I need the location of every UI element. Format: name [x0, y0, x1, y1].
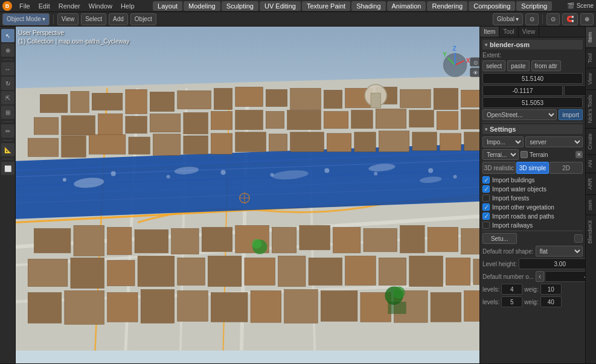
- view-menu-button[interactable]: View: [57, 13, 79, 25]
- terrain-color-swatch[interactable]: [521, 151, 528, 158]
- cb-roads-checkbox[interactable]: ✓: [482, 212, 490, 220]
- cb-buildings-checkbox[interactable]: ✓: [482, 176, 490, 184]
- extent-row: Extent:: [482, 52, 583, 59]
- measure-tool-button[interactable]: 📐: [1, 143, 14, 156]
- workspace-tab-scripting[interactable]: Scripting: [516, 1, 552, 11]
- tool-separator: [2, 59, 13, 60]
- server-select[interactable]: server: [525, 136, 583, 147]
- workspace-tab-rendering[interactable]: Rendering: [427, 1, 467, 11]
- transform-tool-button[interactable]: ⊞: [1, 106, 14, 119]
- cb-railways-checkbox[interactable]: [482, 222, 490, 229]
- from-attr-button[interactable]: from attr: [531, 60, 561, 71]
- menu-window[interactable]: Window: [85, 0, 116, 12]
- weig-input2[interactable]: [540, 296, 562, 307]
- terrain-row: Terrai... Terrain ✕: [482, 149, 583, 160]
- select-menu-button[interactable]: Select: [81, 13, 106, 25]
- select-tool-button[interactable]: ↖: [1, 29, 14, 42]
- default-num-stepper: ‹ ›: [536, 271, 585, 282]
- settings-section-header[interactable]: ▾ Settings: [482, 124, 583, 134]
- right-tab-arr[interactable]: ARR: [586, 173, 596, 194]
- add-cube-button[interactable]: ⬜: [1, 162, 14, 175]
- extent-buttons-row: select paste from attr: [482, 60, 583, 71]
- map-provider-select[interactable]: OpenStreet...: [482, 109, 557, 120]
- left-toolbar: ↖ ⊕ ↔ ↻ ⇱ ⊞ ✏ 📐 ⬜: [0, 27, 16, 363]
- right-tab-item[interactable]: Item: [586, 27, 596, 48]
- workspace-tab-layout[interactable]: Layout: [153, 1, 182, 11]
- scene-name: Scene: [577, 2, 594, 9]
- setup-extra-button[interactable]: [574, 234, 583, 243]
- workspace-tab-animation[interactable]: Animation: [387, 1, 426, 11]
- cb-water-checkbox[interactable]: ✓: [482, 185, 490, 193]
- coord-row-1: [482, 73, 583, 84]
- annotate-tool-button[interactable]: ✏: [1, 124, 14, 138]
- default-num-decrement[interactable]: ‹: [536, 271, 544, 282]
- overlay-button[interactable]: ⊙: [546, 13, 560, 25]
- select-button[interactable]: select: [482, 60, 505, 71]
- import-map-button[interactable]: import: [559, 109, 583, 120]
- cb-vegetation-checkbox[interactable]: ✓: [482, 203, 490, 211]
- transform-global-button[interactable]: Global▾: [493, 13, 523, 25]
- cb-forests-checkbox[interactable]: [482, 194, 490, 202]
- divider-1: [482, 122, 583, 123]
- workspace-tab-sculpting[interactable]: Sculpting: [222, 1, 258, 11]
- move-tool-button[interactable]: ↔: [1, 62, 14, 75]
- right-tab-an[interactable]: AN: [586, 155, 596, 173]
- levels-input2[interactable]: [501, 296, 522, 307]
- workspace-tab-texture[interactable]: Texture Paint: [302, 1, 350, 11]
- coord-lat-max-input[interactable]: [482, 73, 583, 84]
- blender-osm-section-header[interactable]: ▾ blender-osm: [482, 40, 583, 49]
- panel-tab-view[interactable]: View: [519, 27, 540, 37]
- setup-button[interactable]: Setu...: [482, 233, 517, 244]
- scale-tool-button[interactable]: ⇱: [1, 91, 14, 104]
- menu-help[interactable]: Help: [117, 0, 138, 12]
- terrain-remove-button[interactable]: ✕: [575, 151, 583, 158]
- coord-lon-min-input[interactable]: [482, 85, 563, 96]
- default-num-input[interactable]: [545, 271, 585, 282]
- right-tab-view[interactable]: View: [586, 68, 596, 89]
- roof-shape-select[interactable]: flat: [536, 246, 583, 257]
- level-height-input[interactable]: [519, 258, 585, 269]
- right-tab-tool[interactable]: Tool: [586, 48, 596, 68]
- workspace-tab-uv[interactable]: UV Editing: [260, 1, 301, 11]
- coord-lon-max-input[interactable]: [564, 85, 585, 96]
- workspace-tab-modeling[interactable]: Modeling: [184, 1, 220, 11]
- top-menu-bar: B File Edit Render Window Help Layout Mo…: [0, 0, 596, 12]
- weig-input1[interactable]: [540, 284, 562, 295]
- snap-button[interactable]: 🧲: [562, 13, 578, 25]
- panel-tab-item[interactable]: Item: [480, 27, 499, 37]
- add-menu-button[interactable]: Add: [109, 13, 128, 25]
- import-mode-row: Impo... server: [482, 136, 583, 147]
- scene-background: [16, 27, 479, 363]
- mode-2d-button[interactable]: 2D: [550, 162, 583, 174]
- coord-lat-min-input[interactable]: [482, 97, 583, 108]
- settings-label: Settings: [490, 126, 516, 133]
- mode-3d-simple-button[interactable]: 3D simple: [516, 162, 550, 174]
- cb-buildings-row: ✓ Import buildings: [482, 176, 583, 184]
- import-mode-select[interactable]: Impo...: [482, 136, 524, 147]
- mode-3d-realistic-button[interactable]: 3D realistic: [482, 162, 516, 174]
- cursor-tool-button[interactable]: ⊕: [1, 43, 14, 57]
- roof-shape-label: Default roof shape:: [482, 248, 534, 255]
- levels-input1[interactable]: [501, 284, 522, 295]
- proportional-button[interactable]: ⊕: [580, 13, 594, 25]
- viewport[interactable]: X Y Z ⊙ 👁 User Perspective (1) Collectio…: [16, 27, 479, 363]
- menu-file[interactable]: File: [16, 0, 34, 12]
- cb-railways-row: Import railways: [482, 222, 583, 229]
- right-tab-nicks-tools[interactable]: Nick's Tools: [586, 89, 596, 128]
- panel-tabs: Item Tool View: [480, 27, 585, 37]
- menu-edit[interactable]: Edit: [35, 0, 54, 12]
- panel-tab-tool[interactable]: Tool: [499, 27, 518, 37]
- right-tab-blendekit[interactable]: BlendeKit: [586, 215, 596, 249]
- menu-render[interactable]: Render: [55, 0, 84, 12]
- coord-row-3: [482, 97, 583, 108]
- right-tab-osm[interactable]: osm: [586, 194, 596, 215]
- right-tab-create[interactable]: Create: [586, 128, 596, 155]
- terrain-type-select[interactable]: Terrai...: [482, 149, 519, 160]
- object-menu-button[interactable]: Object: [130, 13, 156, 25]
- pivot-button[interactable]: ⊙: [525, 13, 539, 25]
- object-mode-button[interactable]: Object Mode ▾: [2, 13, 50, 25]
- paste-button[interactable]: paste: [507, 60, 529, 71]
- workspace-tab-shading[interactable]: Shading: [351, 1, 385, 11]
- workspace-tab-compositing[interactable]: Compositing: [469, 1, 515, 11]
- rotate-tool-button[interactable]: ↻: [1, 77, 14, 90]
